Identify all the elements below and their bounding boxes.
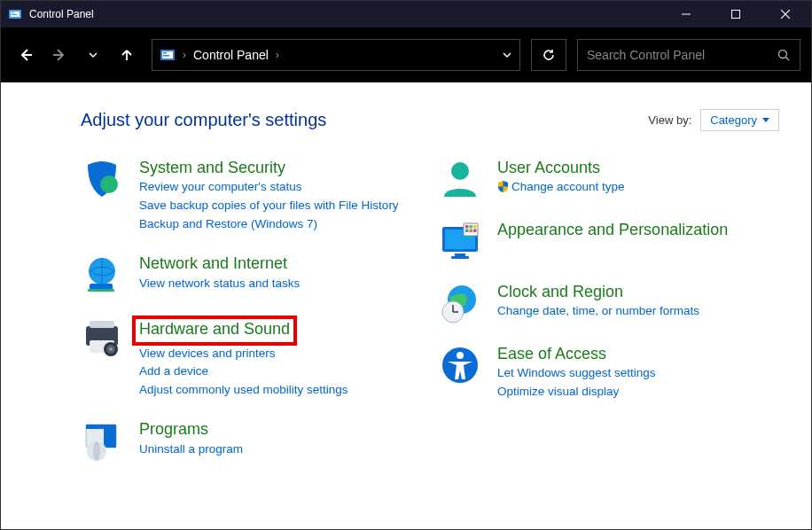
shield-icon — [81, 158, 123, 200]
accessibility-icon — [439, 344, 481, 386]
category-user-accounts: User Accounts Change account type — [439, 158, 779, 200]
recent-button[interactable] — [79, 41, 107, 69]
category-title[interactable]: Appearance and Personalization — [497, 220, 779, 240]
svg-point-31 — [451, 162, 469, 180]
svg-point-48 — [457, 352, 464, 359]
printer-icon — [81, 316, 123, 358]
category-title[interactable]: System and Security — [139, 158, 421, 178]
category-link[interactable]: View network status and tasks — [139, 275, 421, 293]
titlebar: Control Panel — [1, 1, 811, 27]
search-input[interactable] — [587, 48, 777, 62]
window-title: Control Panel — [29, 8, 671, 20]
chevron-right-icon: › — [276, 49, 279, 61]
category-clock-region: Clock and Region Change date, time, or n… — [439, 282, 779, 324]
monitor-icon — [439, 220, 481, 262]
viewby-value: Category — [710, 113, 757, 127]
category-appearance: Appearance and Personalization — [439, 220, 779, 262]
back-button[interactable] — [12, 41, 40, 69]
page-heading: Adjust your computer's settings — [81, 110, 648, 130]
left-column: System and Security Review your computer… — [81, 158, 421, 481]
category-link[interactable]: Review your computer's status — [139, 178, 421, 197]
close-button[interactable] — [770, 4, 800, 25]
chevron-down-icon — [762, 118, 769, 122]
category-network: Network and Internet View network status… — [81, 253, 421, 296]
clock-globe-icon — [439, 282, 481, 324]
svg-point-16 — [100, 175, 118, 193]
category-programs: Programs Uninstall a program — [81, 419, 421, 462]
category-title[interactable]: Clock and Region — [497, 282, 779, 302]
content-area: Adjust your computer's settings View by:… — [1, 82, 811, 508]
maximize-button[interactable] — [721, 4, 751, 25]
refresh-button[interactable] — [531, 39, 566, 71]
minimize-button[interactable] — [671, 4, 701, 25]
svg-rect-19 — [88, 289, 114, 292]
svg-rect-3 — [12, 14, 17, 15]
control-panel-crumb-icon — [160, 48, 176, 62]
svg-line-15 — [786, 57, 790, 60]
forward-button[interactable] — [45, 41, 74, 69]
control-panel-icon — [8, 7, 22, 21]
category-link[interactable]: View devices and printers — [139, 345, 421, 363]
search-box[interactable] — [577, 39, 800, 71]
svg-point-14 — [779, 50, 787, 58]
svg-rect-13 — [163, 55, 169, 57]
category-link[interactable]: Save backup copies of your files with Fi… — [139, 197, 421, 215]
category-hardware-sound: Hardware and Sound View devices and prin… — [81, 316, 421, 400]
address-bar[interactable]: › Control Panel › — [152, 39, 520, 71]
svg-rect-42 — [473, 230, 477, 233]
category-link[interactable]: Optimize visual display — [497, 383, 779, 401]
programs-icon — [81, 419, 123, 462]
breadcrumb-control-panel[interactable]: Control Panel — [193, 48, 269, 62]
uac-shield-icon — [497, 181, 509, 192]
chevron-down-icon[interactable] — [502, 50, 512, 60]
svg-rect-40 — [465, 230, 469, 233]
svg-rect-34 — [455, 253, 465, 256]
svg-rect-2 — [12, 12, 14, 13]
category-ease-of-access: Ease of Access Let Windows suggest setti… — [439, 344, 779, 401]
search-icon[interactable] — [777, 49, 791, 62]
category-link[interactable]: Adjust commonly used mobility settings — [139, 381, 421, 400]
chevron-right-icon: › — [183, 49, 186, 61]
category-link[interactable]: Change account type — [497, 178, 779, 197]
navbar: › Control Panel › — [1, 27, 811, 82]
category-title[interactable]: User Accounts — [497, 158, 779, 178]
viewby-label: View by: — [648, 113, 691, 127]
category-title[interactable]: Programs — [139, 419, 421, 440]
svg-rect-12 — [163, 52, 167, 54]
svg-point-25 — [109, 347, 113, 351]
category-link[interactable]: Uninstall a program — [139, 440, 421, 459]
svg-rect-18 — [90, 284, 113, 290]
user-icon — [439, 158, 481, 200]
category-link[interactable]: Change date, time, or number formats — [497, 302, 779, 321]
category-link[interactable]: Backup and Restore (Windows 7) — [139, 215, 421, 234]
globe-icon — [81, 253, 123, 296]
category-link[interactable]: Add a device — [139, 362, 421, 381]
svg-rect-28 — [104, 428, 116, 448]
svg-rect-5 — [732, 11, 740, 19]
category-link[interactable]: Let Windows suggest settings — [497, 364, 779, 383]
svg-rect-35 — [451, 256, 469, 259]
category-title[interactable]: Network and Internet — [139, 253, 421, 274]
category-link-text: Change account type — [511, 180, 625, 193]
svg-rect-41 — [470, 230, 473, 233]
svg-rect-39 — [473, 225, 477, 229]
svg-point-30 — [93, 441, 100, 461]
category-title[interactable]: Ease of Access — [497, 344, 779, 364]
up-button[interactable] — [113, 41, 141, 69]
category-system-security: System and Security Review your computer… — [81, 158, 421, 234]
right-column: User Accounts Change account type Appear… — [439, 158, 779, 481]
highlight-box: Hardware and Sound — [132, 316, 297, 345]
svg-rect-37 — [465, 225, 469, 229]
svg-rect-21 — [90, 321, 114, 328]
category-title[interactable]: Hardware and Sound — [139, 319, 290, 339]
svg-rect-38 — [470, 225, 473, 229]
viewby-selector[interactable]: Category — [700, 109, 779, 131]
